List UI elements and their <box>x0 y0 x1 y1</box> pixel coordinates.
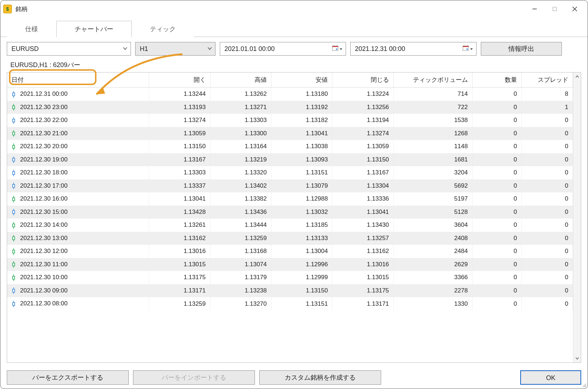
cell-open: 1.13167 <box>149 153 210 167</box>
tab-chart-bars[interactable]: チャートバー <box>56 21 132 37</box>
candle-icon <box>11 222 16 229</box>
svg-rect-43 <box>13 263 15 266</box>
table-row[interactable]: 2021.12.30 18:001.133031.133201.131511.1… <box>7 166 573 179</box>
cell-open: 1.13015 <box>149 258 210 271</box>
cell-volume: 0 <box>472 179 521 193</box>
table-row[interactable]: 2021.12.30 08:001.132591.132701.131511.1… <box>7 297 573 310</box>
table-row[interactable]: 2021.12.30 19:001.131671.132191.130931.1… <box>7 153 573 167</box>
table-row[interactable]: 2021.12.30 21:001.130591.133001.130411.1… <box>7 127 573 140</box>
table-row[interactable]: 2021.12.30 10:001.131751.131791.129991.1… <box>7 271 573 284</box>
cell-volume: 0 <box>472 114 521 127</box>
col-open[interactable]: 開く <box>149 72 210 88</box>
cell-volume: 0 <box>472 166 521 179</box>
cell-open: 1.13428 <box>149 206 210 219</box>
cell-close: 1.13224 <box>332 88 393 101</box>
request-button[interactable]: 情報呼出 <box>481 42 562 56</box>
symbols-window: $ 銘柄 仕様 チャートバー ティック EURUSD <box>0 0 588 389</box>
maximize-button[interactable] <box>545 2 565 16</box>
cell-low: 1.13180 <box>271 88 332 101</box>
import-bars-button: バーをインポートする <box>133 370 255 385</box>
cell-volume: 0 <box>472 192 521 206</box>
cell-close: 1.13430 <box>332 219 393 232</box>
col-close[interactable]: 閉じる <box>332 72 393 88</box>
candle-icon <box>11 91 16 98</box>
create-custom-symbol-button[interactable]: カスタム銘柄を作成する <box>259 370 381 385</box>
table-row[interactable]: 2021.12.30 12:001.130161.131681.130041.1… <box>7 245 573 258</box>
tab-specification[interactable]: 仕様 <box>7 21 56 37</box>
cell-low: 1.13182 <box>271 114 332 127</box>
svg-rect-45 <box>13 276 15 279</box>
cell-volume: 0 <box>472 232 521 245</box>
cell-low: 1.13093 <box>271 153 332 167</box>
minimize-button[interactable] <box>525 2 545 16</box>
cell-tick-volume: 5692 <box>393 179 472 193</box>
date-from-input[interactable]: 2021.01.01 00:00 <box>220 42 346 56</box>
cell-open: 1.13016 <box>149 245 210 258</box>
timeframe-combo[interactable]: H1 <box>135 42 215 56</box>
content: EURUSD H1 2021.01.01 00:00 <box>0 37 588 366</box>
table-row[interactable]: 2021.12.30 09:001.131711.132381.131501.1… <box>7 284 573 297</box>
cell-spread: 0 <box>522 258 573 271</box>
candle-icon <box>11 169 16 177</box>
svg-rect-49 <box>13 303 15 305</box>
candle-icon <box>11 208 16 216</box>
scroll-up-icon[interactable] <box>573 72 581 81</box>
table-row[interactable]: 2021.12.30 22:001.132741.133031.131821.1… <box>7 114 573 127</box>
table-row[interactable]: 2021.12.30 14:001.132611.134441.131851.1… <box>7 219 573 232</box>
col-volume[interactable]: 数量 <box>472 72 521 88</box>
cell-low: 1.12999 <box>271 271 332 284</box>
scroll-down-icon[interactable] <box>573 354 581 362</box>
svg-rect-25 <box>13 145 15 148</box>
tab-ticks[interactable]: ティック <box>132 21 194 37</box>
resize-grip-icon[interactable] <box>581 382 586 387</box>
cell-date: 2021.12.30 13:00 <box>20 235 67 242</box>
cell-high: 1.13259 <box>210 232 271 245</box>
table-row[interactable]: 2021.12.30 15:001.134281.134361.130321.1… <box>7 206 573 219</box>
candle-icon <box>11 235 16 242</box>
titlebar: $ 銘柄 <box>0 0 588 18</box>
export-bars-button[interactable]: バーをエクスポートする <box>7 370 129 385</box>
col-spread[interactable]: スプレッド <box>522 72 573 88</box>
cell-close: 1.13274 <box>332 127 393 140</box>
col-date[interactable]: 日付 <box>7 72 149 88</box>
table-row[interactable]: 2021.12.31 00:001.132441.132621.131801.1… <box>7 88 573 101</box>
candle-icon <box>11 143 16 150</box>
cell-tick-volume: 2408 <box>393 232 472 245</box>
cell-open: 1.13059 <box>149 127 210 140</box>
close-button[interactable] <box>565 2 585 16</box>
cell-tick-volume: 714 <box>393 88 472 101</box>
col-tick-volume[interactable]: ティックボリューム <box>393 72 472 88</box>
filter-row: EURUSD H1 2021.01.01 00:00 <box>7 42 581 56</box>
cell-volume: 0 <box>472 127 521 140</box>
cell-low: 1.13032 <box>271 206 332 219</box>
cell-date: 2021.12.30 10:00 <box>20 274 67 281</box>
table-row[interactable]: 2021.12.30 16:001.130411.133821.129881.1… <box>7 192 573 206</box>
cell-tick-volume: 3604 <box>393 219 472 232</box>
calendar-icon <box>463 45 469 53</box>
cell-low: 1.13133 <box>271 232 332 245</box>
cell-spread: 1 <box>522 101 573 114</box>
cell-spread: 0 <box>522 114 573 127</box>
cell-close: 1.13150 <box>332 153 393 167</box>
svg-rect-19 <box>13 106 15 109</box>
ok-button[interactable]: OK <box>520 370 581 385</box>
date-to-value: 2021.12.31 00:00 <box>355 45 405 53</box>
col-high[interactable]: 高値 <box>210 72 271 88</box>
table-row[interactable]: 2021.12.30 20:001.131501.131641.130381.1… <box>7 140 573 153</box>
table-row[interactable]: 2021.12.30 13:001.131621.132591.131331.1… <box>7 232 573 245</box>
cell-high: 1.13320 <box>210 166 271 179</box>
table-row[interactable]: 2021.12.30 23:001.131931.132711.131921.1… <box>7 101 573 114</box>
cell-date: 2021.12.30 12:00 <box>20 248 67 254</box>
cell-high: 1.13179 <box>210 271 271 284</box>
table-row[interactable]: 2021.12.30 11:001.130151.130741.129961.1… <box>7 258 573 271</box>
cell-low: 1.13004 <box>271 245 332 258</box>
vertical-scrollbar[interactable] <box>573 72 581 362</box>
cell-spread: 0 <box>522 179 573 193</box>
cell-spread: 0 <box>522 140 573 153</box>
date-to-input[interactable]: 2021.12.31 00:00 <box>350 42 476 56</box>
candle-icon <box>11 104 16 111</box>
cell-close: 1.13015 <box>332 271 393 284</box>
table-row[interactable]: 2021.12.30 17:001.133371.134021.130791.1… <box>7 179 573 193</box>
col-low[interactable]: 安値 <box>271 72 332 88</box>
symbol-combo[interactable]: EURUSD <box>7 42 131 56</box>
